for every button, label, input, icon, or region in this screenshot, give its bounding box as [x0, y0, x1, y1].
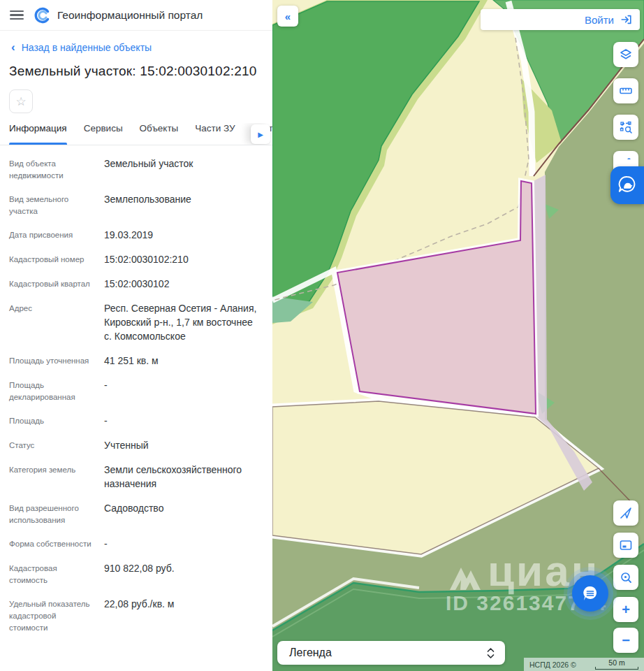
- zoom-in-button[interactable]: +: [613, 597, 638, 622]
- map-polygons: [272, 0, 644, 671]
- expand-collapse-icon: [486, 647, 495, 659]
- detail-value: Земельный участок: [104, 157, 263, 182]
- detail-label: Кадастровая стоимость: [9, 561, 94, 586]
- login-button[interactable]: Войти: [481, 9, 640, 30]
- details-list: Вид объекта недвижимостиЗемельный участо…: [0, 145, 272, 634]
- tab-parcel-parts[interactable]: Части ЗУ: [195, 123, 235, 145]
- detail-value: -: [104, 378, 263, 403]
- layers-button[interactable]: [613, 42, 638, 67]
- detail-label: Форма собственности: [9, 537, 94, 551]
- detail-label: Площадь: [9, 414, 94, 428]
- search-area-button[interactable]: [613, 565, 638, 590]
- detail-value: 15:02:0030102:210: [104, 252, 263, 266]
- chevron-right-icon: ▶: [258, 131, 263, 138]
- detail-value: 910 822,08 руб.: [104, 561, 263, 586]
- detail-row: Вид объекта недвижимостиЗемельный участо…: [9, 157, 263, 182]
- detail-label: Вид земельного участка: [9, 192, 94, 217]
- detail-row: Вид разрешенного использованияСадоводств…: [9, 501, 263, 526]
- detail-row: Кадастровый квартал15:02:0030102: [9, 277, 263, 291]
- scale-bracket: [595, 667, 638, 670]
- detail-label: Удельный показатель кадастровой стоимост…: [9, 597, 94, 634]
- select-area-button[interactable]: [613, 115, 638, 140]
- detail-value: 41 251 кв. м: [104, 354, 263, 368]
- login-label: Войти: [585, 14, 614, 26]
- layers-icon: [619, 48, 633, 62]
- scale-bar: 50 m: [595, 659, 638, 670]
- plus-icon: +: [622, 603, 630, 616]
- detail-value: 15:02:0030102: [104, 277, 263, 291]
- object-info-panel: Геоинформационный портал ‹ Назад в найде…: [0, 0, 272, 671]
- detail-label: Вид разрешенного использования: [9, 501, 94, 526]
- search-location-icon: [619, 570, 633, 584]
- tab-information[interactable]: Информация: [9, 123, 67, 145]
- collapse-panel-button[interactable]: «: [277, 6, 298, 27]
- page-title: Земельный участок: 15:02:0030102:210: [0, 53, 272, 79]
- detail-value: Учтенный: [104, 438, 263, 452]
- star-icon: ☆: [15, 94, 26, 109]
- detail-row: АдресРесп. Северная Осетия - Алания, Кир…: [9, 301, 263, 343]
- detail-value: 22,08 руб./кв. м: [104, 597, 263, 634]
- zoom-out-button[interactable]: −: [613, 628, 638, 653]
- measure-button[interactable]: [613, 78, 638, 103]
- ruler-icon: [619, 84, 633, 98]
- detail-row: Удельный показатель кадастровой стоимост…: [9, 597, 263, 634]
- overview-map-icon: [619, 538, 633, 552]
- detail-value: -: [104, 414, 263, 428]
- detail-label: Статус: [9, 438, 94, 452]
- login-icon: [620, 13, 633, 26]
- detail-row: СтатусУчтенный: [9, 438, 263, 452]
- nspd-bear-pin-icon: [616, 174, 638, 196]
- back-link-label: Назад в найденные объекты: [22, 42, 152, 53]
- chevron-left-icon: ‹: [11, 43, 15, 52]
- legend-toggle[interactable]: Легенда: [277, 641, 505, 665]
- select-area-icon: [619, 120, 633, 134]
- detail-row: Категория земельЗемли сельскохозяйственн…: [9, 463, 263, 491]
- app-title: Геоинформационный портал: [57, 9, 203, 22]
- tab-bar: Информация Сервисы Объекты Части ЗУ Сост…: [0, 123, 272, 145]
- geoportal-app: Геоинформационный портал ‹ Назад в найде…: [0, 0, 644, 671]
- detail-label: Адрес: [9, 301, 94, 343]
- detail-value: Садоводство: [104, 501, 263, 526]
- menu-icon[interactable]: [10, 10, 24, 20]
- map-canvas[interactable]: циан ID 3261347744 « Войти: [272, 0, 644, 671]
- detail-value: 19.03.2019: [104, 228, 263, 242]
- detail-label: Категория земель: [9, 463, 94, 491]
- detail-label: Дата присвоения: [9, 228, 94, 242]
- attribution-text: НСПД 2026 ©: [529, 661, 576, 669]
- chat-button[interactable]: [572, 575, 608, 612]
- detail-label: Площадь декларированная: [9, 378, 94, 403]
- detail-value: Респ. Северная Осетия - Алания, Кировски…: [104, 301, 263, 343]
- panel-header: Геоинформационный портал: [0, 0, 272, 31]
- detail-label: Вид объекта недвижимости: [9, 157, 94, 182]
- detail-value: Землепользование: [104, 192, 263, 217]
- detail-value: -: [104, 537, 263, 551]
- nspd-active-tool-button[interactable]: [610, 166, 644, 204]
- detail-label: Кадастровый квартал: [9, 277, 94, 291]
- tab-objects[interactable]: Объекты: [140, 123, 179, 145]
- tab-overflow-button[interactable]: ▶: [251, 124, 270, 144]
- detail-row: Кадастровая стоимость910 822,08 руб.: [9, 561, 263, 586]
- detail-row: Кадастровый номер15:02:0030102:210: [9, 252, 263, 266]
- chat-bubble-icon: [581, 584, 599, 603]
- portal-logo-icon: [34, 7, 50, 24]
- detail-row: Площадь уточненная41 251 кв. м: [9, 354, 263, 368]
- favorite-button[interactable]: ☆: [9, 89, 33, 113]
- overview-map-button[interactable]: [613, 533, 638, 558]
- detail-row: Вид земельного участкаЗемлепользование: [9, 192, 263, 217]
- locate-me-button[interactable]: [613, 500, 638, 526]
- legend-label: Легенда: [289, 647, 332, 659]
- detail-row: Форма собственности-: [9, 537, 263, 551]
- double-chevron-left-icon: «: [285, 10, 291, 22]
- tab-services[interactable]: Сервисы: [84, 123, 123, 145]
- detail-row: Площадь декларированная-: [9, 378, 263, 403]
- detail-row: Дата присвоения19.03.2019: [9, 228, 263, 242]
- detail-label: Площадь уточненная: [9, 354, 94, 368]
- navigation-arrow-icon: [619, 506, 633, 520]
- back-link[interactable]: ‹ Назад в найденные объекты: [0, 31, 272, 53]
- detail-value: Земли сельскохозяйственного назначения: [104, 463, 263, 491]
- scale-label: 50 m: [595, 659, 638, 666]
- detail-row: Площадь-: [9, 414, 263, 428]
- map-attribution: НСПД 2026 © 50 m: [524, 658, 644, 671]
- minus-icon: −: [622, 634, 630, 647]
- detail-label: Кадастровый номер: [9, 252, 94, 266]
